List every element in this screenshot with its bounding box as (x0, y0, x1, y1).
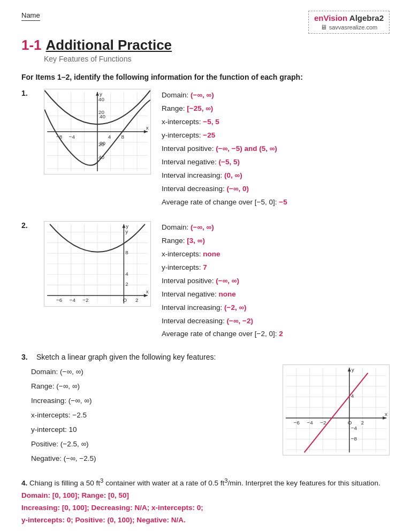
brand-num: 2 (379, 13, 384, 22)
graph-1: x y −4 −8 4 8 40 20 (44, 89, 151, 174)
section-num: 1-1 (21, 37, 42, 54)
brand-algebra: Algebra (349, 13, 379, 22)
svg-text:x: x (146, 125, 149, 131)
prob4-num: 4. (21, 479, 27, 487)
svg-text:−8: −8 (351, 436, 357, 442)
svg-text:x: x (385, 411, 387, 417)
graph3-svg: x y −6 −4 −2 O 2 4 −4 −8 (283, 365, 389, 455)
p2-intneg: Interval negative: none (162, 288, 390, 301)
svg-text:x: x (146, 288, 149, 294)
page-header: Name enVision Algebra2 🖥 savvasrealize.c… (21, 11, 390, 34)
svg-text:−4: −4 (307, 420, 314, 425)
svg-text:20: 20 (98, 109, 104, 115)
brand-vision: Vision (323, 13, 347, 22)
prob1-num: 1. (21, 89, 33, 97)
svg-text:40: 40 (98, 96, 104, 102)
p1-intinc: Interval increasing: (0, ∞) (162, 169, 390, 183)
prob3-features: Domain: (−∞, ∞) Range: (−∞, ∞) Increasin… (21, 364, 272, 466)
p1-yint: y-intercepts: −25 (162, 129, 390, 142)
svg-text:O: O (123, 297, 127, 303)
section-name: Additional Practice (46, 37, 172, 54)
svg-text:8: 8 (121, 134, 124, 140)
svg-text:−4: −4 (70, 297, 76, 303)
problem-4: 4. Chiang is filling a 50 ft3 container … (21, 475, 390, 526)
p3-negative: Negative: (−∞, −2.5) (31, 451, 272, 466)
svg-marker-16 (96, 92, 99, 96)
p1-intneg: Interval negative: (−5, 5) (162, 156, 390, 169)
section-title: 1-1 Additional Practice (21, 37, 390, 54)
svg-text:2: 2 (361, 420, 364, 425)
prob4-text-before: Chiang is filling a 50 ft3 container wit… (29, 479, 380, 487)
svg-text:20: 20 (98, 141, 104, 147)
p2-avg: Average rate of change over [−2, 0]: 2 (162, 328, 390, 341)
brand-box: enVision Algebra2 🖥 savvasrealize.com (308, 11, 390, 34)
svg-text:−6: −6 (294, 420, 300, 425)
svg-text:y: y (125, 228, 128, 234)
svg-text:−6: −6 (56, 297, 63, 303)
p3-positive: Positive: (−2.5, ∞) (31, 437, 272, 451)
svg-text:4: 4 (125, 270, 128, 276)
brand-title: enVision Algebra2 (314, 13, 384, 22)
p3-increasing: Increasing: (−∞, ∞) (31, 393, 272, 408)
p3-yint: y-intercept: 10 (31, 422, 272, 437)
p1-range: Range: [−25, ∞) (162, 102, 390, 116)
p3-xint: x-intercepts: −2.5 (31, 408, 272, 422)
p2-intinc: Interval increasing: (−2, ∞) (162, 301, 390, 315)
p1-xint: x-intercepts: −5, 5 (162, 116, 390, 129)
svg-text:−2: −2 (320, 420, 326, 425)
svg-marker-76 (348, 368, 351, 371)
svg-text:2: 2 (135, 297, 138, 303)
p1-intpos: Interval positive: (−∞, −5) and (5, ∞) (162, 142, 390, 156)
svg-text:8: 8 (125, 249, 128, 255)
svg-text:−2: −2 (82, 297, 88, 303)
p1-avg: Average rate of change over [−5, 0]: −5 (162, 196, 390, 209)
problem-3: 3. Sketch a linear graph given the follo… (21, 353, 390, 466)
svg-text:−4: −4 (351, 425, 357, 431)
prob2-answers: Domain: (−∞, ∞) Range: [3, ∞) x-intercep… (162, 221, 390, 341)
name-label: Name (21, 11, 40, 21)
monitor-icon: 🖥 (321, 24, 327, 31)
prob4-answer: Domain: [0, 100]; Range: [0, 50]Increasi… (21, 491, 203, 524)
brand-en: en (314, 13, 324, 22)
prob3-num: 3. (21, 353, 33, 361)
svg-text:y: y (352, 367, 354, 373)
p2-intpos: Interval positive: (−∞, ∞) (162, 275, 390, 288)
svg-marker-46 (122, 224, 125, 228)
p2-range: Range: [3, ∞) (162, 234, 390, 248)
problem-2: 2. (21, 221, 390, 341)
p3-domain: Domain: (−∞, ∞) (31, 364, 272, 379)
prob1-answers: Domain: (−∞, ∞) Range: [−25, ∞) x-interc… (162, 89, 390, 209)
graph1-svg: x y −4 −8 4 8 40 20 (44, 89, 150, 174)
name-field: Name (21, 11, 40, 19)
p2-domain: Domain: (−∞, ∞) (162, 221, 390, 234)
svg-text:2: 2 (125, 281, 128, 287)
problem-1: 1. x y (21, 89, 390, 209)
prob3-intro: Sketch a linear graph given the followin… (36, 353, 216, 361)
graph-2: x y −6 −4 −2 O 2 2 4 8 y (44, 221, 151, 307)
prob3-header: 3. Sketch a linear graph given the follo… (21, 353, 390, 361)
graph-3: x y −6 −4 −2 O 2 4 −4 −8 (283, 364, 390, 455)
graph2-svg: x y −6 −4 −2 O 2 2 4 8 y (44, 222, 150, 306)
p1-intdec: Interval decreasing: (−∞, 0) (162, 183, 390, 196)
instruction: For Items 1–2, identify the following in… (21, 73, 390, 81)
section-subtitle: Key Features of Functions (44, 55, 390, 63)
prob3-inner: Domain: (−∞, ∞) Range: (−∞, ∞) Increasin… (21, 364, 390, 466)
svg-text:−4: −4 (69, 134, 75, 140)
brand-sub: 🖥 savvasrealize.com (314, 24, 384, 31)
svg-text:40: 40 (98, 154, 104, 160)
website-label: savvasrealize.com (329, 24, 377, 31)
p3-range: Range: (−∞, ∞) (31, 379, 272, 393)
p2-yint: y-intercepts: 7 (162, 261, 390, 275)
p2-intdec: Interval decreasing: (−∞, −2) (162, 315, 390, 328)
svg-text:4: 4 (108, 134, 111, 140)
p1-domain: Domain: (−∞, ∞) (162, 89, 390, 102)
prob2-num: 2. (21, 221, 33, 230)
p2-xint: x-intercepts: none (162, 248, 390, 261)
